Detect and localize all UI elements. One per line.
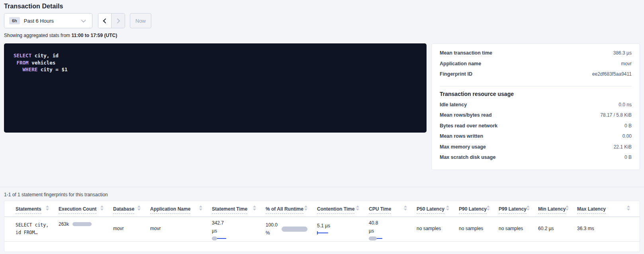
summary-row-mean-rows-written: Mean rows written 0.00 <box>440 133 632 144</box>
previous-interval-button[interactable] <box>98 14 112 28</box>
statements-table: Statements Execution Count Database Appl… <box>4 201 640 252</box>
sort-icon[interactable] <box>356 205 359 211</box>
cell-percent-runtime: 100.0 % <box>266 217 317 241</box>
column-header-label[interactable]: Application Name <box>150 206 190 214</box>
summary-label: Idle latency <box>440 102 467 107</box>
resource-usage-title: Transaction resource usage <box>440 91 632 97</box>
statement-time-value: 342.7 <box>212 219 256 227</box>
cell-min-latency: 60.2 µs <box>538 217 577 241</box>
cell-cpu-time: 40.8 µs <box>369 217 417 241</box>
cpu-time-bar <box>369 236 383 240</box>
column-header-label[interactable]: Min Latency <box>538 206 566 214</box>
column-header-max-latency: Max Latency <box>577 205 640 217</box>
column-header-label[interactable]: Database <box>113 206 134 214</box>
execution-count-value: 263k <box>59 221 69 227</box>
sql-keyword: WHERE <box>14 66 37 72</box>
summary-value: 0.00 <box>622 133 632 139</box>
summary-label: Mean rows/bytes read <box>440 112 492 118</box>
time-range-label: Past 6 Hours <box>24 18 54 24</box>
sort-icon[interactable] <box>487 205 490 211</box>
cell-application-name: movr <box>150 217 212 241</box>
sql-keyword: SELECT <box>14 53 31 59</box>
statement-count-text: 1-1 of 1 statement fingerprints for this… <box>4 192 640 197</box>
statement-time-unit: µs <box>212 227 256 235</box>
summary-label: Application name <box>440 61 481 66</box>
cell-statement-time: 342.7 µs <box>212 217 266 241</box>
runtime-bar <box>282 227 307 232</box>
summary-label: Mean transaction time <box>440 50 492 56</box>
sql-text: SELECT city, id FROM vehicles WHERE city… <box>14 52 417 73</box>
column-header-label[interactable]: Contention Time <box>317 206 354 214</box>
column-header-percent-runtime: % of All Runtime <box>266 205 317 217</box>
chevron-right-icon <box>115 18 120 23</box>
aggregation-period-text: Showing aggregated stats from 11:00 to 1… <box>4 33 640 38</box>
sort-icon[interactable] <box>100 205 104 211</box>
aggregation-prefix: Showing aggregated stats from <box>4 33 71 38</box>
cpu-time-value: 40.8 <box>369 219 407 227</box>
summary-row-max-scratch-disk-usage: Max scratch disk usage 0 B <box>440 154 632 165</box>
summary-label: Max scratch disk usage <box>440 154 495 160</box>
summary-value: 386.3 µs <box>613 50 632 56</box>
sort-icon[interactable] <box>304 205 307 211</box>
column-header-label[interactable]: Execution Count <box>59 206 96 214</box>
sql-fragment: city = $1 <box>37 66 67 72</box>
column-header-cpu-time: CPU Time <box>369 205 417 217</box>
summary-value: movr <box>621 61 632 66</box>
cpu-time-unit: µs <box>369 227 407 235</box>
column-header-statement-time: Statement Time <box>212 205 266 217</box>
transaction-summary-card: Mean transaction time 386.3 µs Applicati… <box>431 43 640 170</box>
column-header-label[interactable]: P99 Latency <box>499 206 527 214</box>
statement-time-bar <box>212 236 227 240</box>
section-divider <box>0 187 644 187</box>
cell-statement[interactable]: SELECT city, id FROM… <box>16 217 59 241</box>
table-row: SELECT city, id FROM… 263k movr movr 342… <box>4 217 640 242</box>
column-header-database: Database <box>113 205 150 217</box>
sql-fragment: vehicles <box>29 60 56 66</box>
summary-row-bytes-read-over-network: Bytes read over network 0 B <box>440 123 632 134</box>
summary-row-mean-rows-bytes-read: Mean rows/bytes read 78.17 / 5.8 KiB <box>440 112 632 123</box>
summary-value: ee2df683f5aa9411 <box>592 71 632 77</box>
column-header-label[interactable]: P50 Latency <box>417 206 444 214</box>
sort-icon[interactable] <box>137 205 141 211</box>
sort-icon[interactable] <box>46 205 49 211</box>
column-header-application-name: Application Name <box>150 205 212 217</box>
transaction-details-page: Transaction Details 6h Past 6 Hours Now … <box>0 0 644 252</box>
sort-icon[interactable] <box>253 205 256 211</box>
runtime-unit: % <box>266 229 278 237</box>
sort-icon[interactable] <box>199 205 202 211</box>
aggregation-range: 11:00 to 17:59 (UTC) <box>71 33 117 38</box>
summary-label: Mean rows written <box>440 133 483 139</box>
column-header-p99-latency: P99 Latency <box>499 205 538 217</box>
summary-divider <box>440 86 632 86</box>
column-header-execution-count: Execution Count <box>59 205 113 217</box>
sort-icon[interactable] <box>446 205 449 211</box>
column-header-label[interactable]: Max Latency <box>577 206 606 214</box>
sort-icon[interactable] <box>527 205 530 211</box>
column-header-statements: Statements <box>16 205 59 217</box>
summary-value: 0.0 ns <box>619 102 632 107</box>
column-header-label[interactable]: CPU Time <box>369 206 391 214</box>
now-button[interactable]: Now <box>130 13 151 28</box>
sql-fragment: city, id <box>31 53 59 59</box>
summary-value: 22.1 KiB <box>614 144 632 150</box>
column-header-label[interactable]: Statements <box>16 206 41 214</box>
sort-icon[interactable] <box>404 205 407 211</box>
summary-value: 0 B <box>624 123 632 129</box>
cell-execution-count: 263k <box>59 217 113 241</box>
column-header-label[interactable]: P90 Latency <box>459 206 487 214</box>
time-range-dropdown[interactable]: 6h Past 6 Hours <box>4 13 92 28</box>
sort-icon[interactable] <box>627 205 630 211</box>
next-interval-button[interactable] <box>112 14 125 28</box>
statement-line: id FROM… <box>16 229 49 236</box>
runtime-value: 100.0 <box>266 221 278 229</box>
cell-p50-latency: no samples <box>417 217 459 241</box>
summary-row-mean-transaction-time: Mean transaction time 386.3 µs <box>440 50 632 61</box>
column-header-min-latency: Min Latency <box>538 205 577 217</box>
statement-link[interactable]: SELECT city, id FROM… <box>16 221 49 236</box>
sql-keyword: FROM <box>14 60 29 66</box>
column-header-label[interactable]: % of All Runtime <box>266 206 303 214</box>
summary-row-max-memory-usage: Max memory usage 22.1 KiB <box>440 144 632 155</box>
column-header-label[interactable]: Statement Time <box>212 206 247 214</box>
sql-statement-box: SELECT city, id FROM vehicles WHERE city… <box>4 43 427 133</box>
sort-icon[interactable] <box>566 205 569 211</box>
